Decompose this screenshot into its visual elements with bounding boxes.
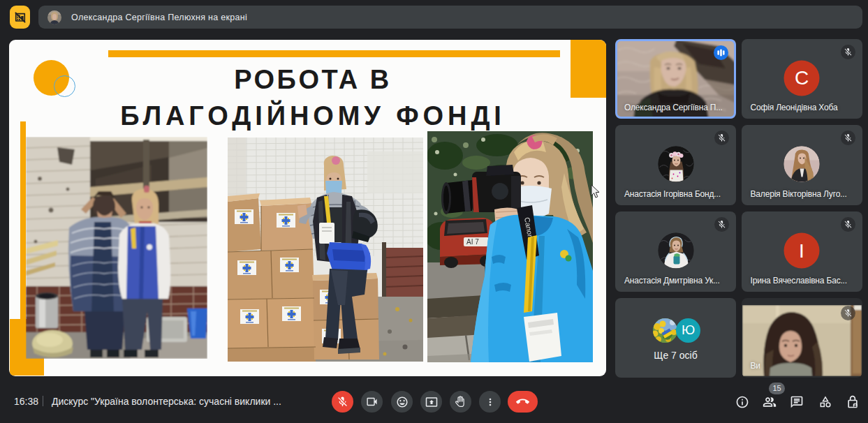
svg-text:AI 7: AI 7: [466, 238, 479, 246]
